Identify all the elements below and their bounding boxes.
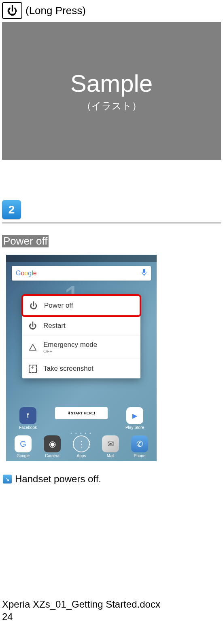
google-search-bar[interactable]: Google [12, 266, 151, 281]
camera-icon: ◉ [44, 435, 61, 452]
menu-emergency-label-wrap: Emergency mode OFF [43, 341, 97, 354]
screenshot-icon [28, 364, 38, 374]
dock-camera-label: Camera [45, 454, 59, 458]
sample-title: Sample [70, 70, 153, 97]
restart-icon: ⏻ [28, 321, 38, 331]
section-divider [2, 222, 221, 224]
dock-apps-label: Apps [77, 454, 86, 458]
page-indicator-dots: • • • • • [6, 431, 157, 435]
dock-row: G Google ◉ Camera ⋮⋮⋮ Apps ✉ Mail ✆ Phon… [6, 435, 157, 458]
google-icon: G [15, 435, 32, 452]
menu-screenshot-label: Take screenshot [43, 365, 93, 373]
menu-restart-label: Restart [43, 322, 66, 330]
step-two-badge: 2 [2, 200, 21, 219]
dock-google[interactable]: G Google [15, 435, 32, 458]
power-menu: ⏻ Power off ⏻ Restart Emergency mode OFF… [22, 295, 140, 378]
long-press-label: (Long Press) [25, 4, 86, 17]
footer-page: 24 [2, 610, 221, 623]
facebook-app[interactable]: f Facebook [14, 407, 42, 430]
dock-apps[interactable]: ⋮⋮⋮ Apps [73, 435, 90, 458]
home-row-upper: f Facebook ⬇ START HERE! ▶ Play Store [6, 407, 157, 430]
step-two-section: 2 [2, 200, 221, 224]
power-icon: ⏻ [29, 301, 38, 310]
apps-icon: ⋮⋮⋮ [73, 435, 90, 452]
dock-mail[interactable]: ✉ Mail [102, 435, 119, 458]
dock-camera[interactable]: ◉ Camera [44, 435, 61, 458]
result-note: ↘ Handset powers off. [3, 473, 221, 485]
power-button-icon: ⏻ [2, 2, 22, 19]
svg-rect-0 [143, 269, 145, 273]
playstore-app[interactable]: ▶ Play Store [121, 407, 149, 430]
sample-illustration-placeholder: Sample （イラスト） [2, 22, 221, 160]
menu-screenshot[interactable]: Take screenshot [22, 359, 140, 378]
footer: Xperia XZs_01_Getting Started.docx 24 [2, 598, 221, 623]
dock-phone[interactable]: ✆ Phone [131, 435, 148, 458]
menu-power-off[interactable]: ⏻ Power off [21, 294, 141, 317]
mic-icon[interactable] [141, 269, 147, 278]
dock-phone-label: Phone [134, 454, 146, 458]
power-off-heading: Power off [2, 235, 49, 247]
facebook-icon: f [19, 407, 36, 424]
status-bar [6, 255, 157, 262]
google-logo: Google [16, 270, 37, 277]
note-icon: ↘ [3, 475, 12, 484]
note-text: Handset powers off. [15, 473, 101, 485]
menu-emergency[interactable]: Emergency mode OFF [22, 336, 140, 359]
phone-icon: ✆ [131, 435, 148, 452]
start-here-banner[interactable]: ⬇ START HERE! [53, 407, 110, 430]
footer-filename: Xperia XZs_01_Getting Started.docx [2, 598, 221, 610]
dock-google-label: Google [17, 454, 30, 458]
top-instruction: ⏻ (Long Press) [2, 2, 221, 19]
menu-emergency-status: OFF [43, 349, 97, 354]
menu-emergency-label: Emergency mode [43, 341, 97, 349]
facebook-label: Facebook [19, 425, 37, 430]
phone-screenshot: Google 1 · ⏻ Power off ⏻ Restart Emergen… [6, 255, 157, 461]
menu-power-off-label: Power off [44, 302, 73, 310]
dock-mail-label: Mail [107, 454, 114, 458]
menu-restart[interactable]: ⏻ Restart [22, 316, 140, 336]
playstore-label: Play Store [125, 425, 144, 430]
start-here-label: ⬇ START HERE! [55, 407, 108, 419]
emergency-icon [28, 342, 38, 352]
mail-icon: ✉ [102, 435, 119, 452]
playstore-icon: ▶ [126, 407, 143, 424]
sample-subtitle: （イラスト） [82, 99, 142, 112]
